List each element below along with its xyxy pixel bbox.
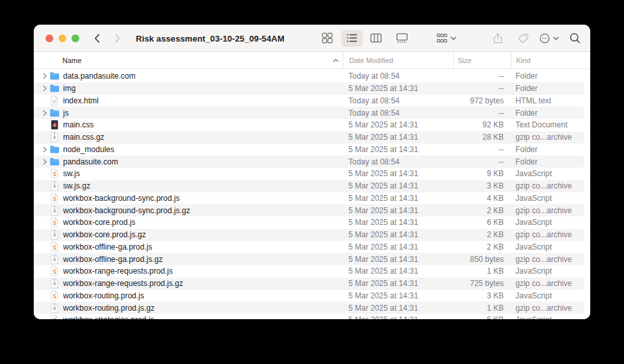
file-row[interactable]: img5 Mar 2025 at 14:31--Folder: [34, 83, 590, 95]
file-row[interactable]: main.css5 Mar 2025 at 14:3192 KBText Doc…: [34, 119, 590, 131]
more-icon: [538, 32, 551, 45]
file-row[interactable]: workbox-core.prod.js5 Mar 2025 at 14:316…: [34, 216, 590, 229]
file-row[interactable]: pandasuite.comToday at 08:54--Folder: [34, 155, 590, 168]
file-row[interactable]: node_modules5 Mar 2025 at 14:31--Folder: [34, 144, 590, 156]
file-row[interactable]: workbox-strategies.prod.js5 Mar 2025 at …: [34, 314, 590, 319]
icon-view-button[interactable]: [317, 30, 337, 47]
kind-cell: gzip co...archive: [511, 181, 590, 190]
close-button[interactable]: [46, 34, 53, 42]
file-name-cell: workbox-offline-ga.prod.js: [34, 242, 343, 252]
disclosure-chevron-icon[interactable]: [40, 159, 49, 165]
file-row[interactable]: workbox-background-sync.prod.js.gz5 Mar …: [34, 204, 590, 216]
more-button[interactable]: [536, 30, 562, 47]
date-modified-cell: 5 Mar 2025 at 14:31: [343, 181, 453, 190]
file-row[interactable]: main.css.gz5 Mar 2025 at 14:3128 KBgzip …: [34, 131, 590, 144]
file-name: workbox-routing.prod.js.gz: [63, 304, 155, 313]
file-name: workbox-routing.prod.js: [63, 291, 144, 300]
file-row[interactable]: jsToday at 08:54--Folder: [34, 107, 590, 119]
list-column-header: Name Date Modified Size Kind: [34, 52, 590, 69]
column-header-name[interactable]: Name: [34, 52, 343, 68]
date-modified-cell: 5 Mar 2025 at 14:31: [343, 304, 453, 313]
list-view-button[interactable]: [341, 30, 363, 47]
gallery-view-icon: [395, 31, 409, 45]
date-modified-cell: 5 Mar 2025 at 14:31: [343, 315, 453, 319]
file-name-cell: workbox-offline-ga.prod.js.gz: [34, 254, 343, 265]
tag-button[interactable]: [514, 30, 533, 47]
column-header-date-modified[interactable]: Date Modified: [343, 52, 453, 68]
column-header-kind[interactable]: Kind: [511, 52, 590, 68]
date-modified-cell: 5 Mar 2025 at 14:31: [343, 133, 453, 142]
search-button[interactable]: [565, 30, 584, 47]
file-name: node_modules: [63, 145, 114, 154]
gallery-view-button[interactable]: [392, 30, 411, 47]
date-modified-cell: 5 Mar 2025 at 14:31: [343, 242, 453, 252]
date-modified-cell: 5 Mar 2025 at 14:31: [343, 145, 453, 154]
back-icon: [91, 32, 104, 45]
file-name: pandasuite.com: [63, 157, 118, 166]
file-row[interactable]: sw.js.gz5 Mar 2025 at 14:313 KBgzip co..…: [34, 180, 590, 192]
file-name: workbox-strategies.prod.js: [63, 315, 154, 319]
traffic-lights: [46, 34, 79, 42]
size-cell: 1 KB: [453, 304, 511, 313]
file-row[interactable]: index.htmlToday at 08:54972 bytesHTML te…: [34, 95, 590, 107]
kind-cell: gzip co...archive: [511, 255, 590, 264]
file-row[interactable]: workbox-routing.prod.js5 Mar 2025 at 14:…: [34, 290, 590, 302]
date-modified-cell: 5 Mar 2025 at 14:31: [343, 120, 453, 129]
file-name-cell: main.css: [34, 120, 343, 130]
file-row[interactable]: workbox-routing.prod.js.gz5 Mar 2025 at …: [34, 302, 590, 314]
file-row[interactable]: sw.js5 Mar 2025 at 14:319 KBJavaScript: [34, 168, 590, 180]
doc-gz-icon: [49, 254, 60, 265]
date-modified-cell: 5 Mar 2025 at 14:31: [343, 291, 453, 300]
file-row[interactable]: workbox-range-requests.prod.js.gz5 Mar 2…: [34, 278, 590, 290]
finder-window: Risk assessment_03-10-25_09-54AM: [34, 25, 590, 319]
date-modified-cell: Today at 08:54: [343, 72, 453, 81]
file-row[interactable]: workbox-core.prod.js.gz5 Mar 2025 at 14:…: [34, 229, 590, 241]
file-row[interactable]: workbox-offline-ga.prod.js5 Mar 2025 at …: [34, 241, 590, 254]
file-row[interactable]: workbox-background-sync.prod.js5 Mar 202…: [34, 192, 590, 205]
file-name: img: [63, 84, 75, 93]
size-cell: 5 KB: [453, 315, 511, 319]
size-cell: 28 KB: [453, 133, 511, 142]
disclosure-chevron-icon[interactable]: [40, 73, 49, 79]
doc-css-icon: [49, 120, 60, 130]
search-icon: [568, 31, 582, 45]
size-cell: --: [453, 72, 511, 81]
doc-gz-icon: [49, 303, 60, 313]
file-name-cell: workbox-background-sync.prod.js.gz: [34, 205, 343, 216]
column-view-icon: [369, 31, 383, 45]
disclosure-chevron-icon[interactable]: [40, 146, 49, 153]
minimize-button[interactable]: [58, 34, 66, 42]
doc-js-icon: [49, 242, 60, 252]
size-cell: 9 KB: [453, 169, 511, 178]
date-modified-cell: 5 Mar 2025 at 14:31: [343, 279, 453, 288]
kind-cell: HTML text: [511, 96, 590, 105]
doc-js-icon: [49, 266, 60, 276]
group-button[interactable]: [433, 30, 459, 47]
kind-cell: JavaScript: [511, 291, 590, 300]
forward-button[interactable]: [107, 30, 127, 47]
doc-gz-icon: [49, 205, 60, 216]
sort-ascending-icon: [333, 58, 339, 62]
size-cell: 6 KB: [453, 218, 511, 227]
share-button[interactable]: [488, 30, 508, 47]
zoom-button[interactable]: [72, 34, 79, 42]
disclosure-chevron-icon[interactable]: [40, 110, 49, 116]
share-icon: [491, 32, 504, 45]
group-chevron-down-icon: [450, 36, 456, 40]
kind-cell: Text Document: [511, 120, 590, 129]
file-name: sw.js: [63, 169, 80, 178]
kind-cell: JavaScript: [511, 266, 590, 276]
file-row[interactable]: workbox-offline-ga.prod.js.gz5 Mar 2025 …: [34, 253, 590, 265]
group-icon: [436, 32, 448, 45]
file-row[interactable]: data.pandasuite.comToday at 08:54--Folde…: [34, 70, 590, 83]
column-view-button[interactable]: [366, 30, 385, 47]
column-header-size[interactable]: Size: [453, 52, 511, 68]
file-name: sw.js.gz: [63, 181, 90, 190]
back-button[interactable]: [88, 30, 107, 47]
file-name-cell: workbox-strategies.prod.js: [34, 315, 343, 319]
kind-cell: JavaScript: [511, 315, 590, 319]
file-name-cell: index.html: [34, 96, 343, 106]
file-row[interactable]: workbox-range-requests.prod.js5 Mar 2025…: [34, 265, 590, 278]
size-cell: 3 KB: [453, 291, 511, 300]
disclosure-chevron-icon[interactable]: [40, 85, 49, 92]
